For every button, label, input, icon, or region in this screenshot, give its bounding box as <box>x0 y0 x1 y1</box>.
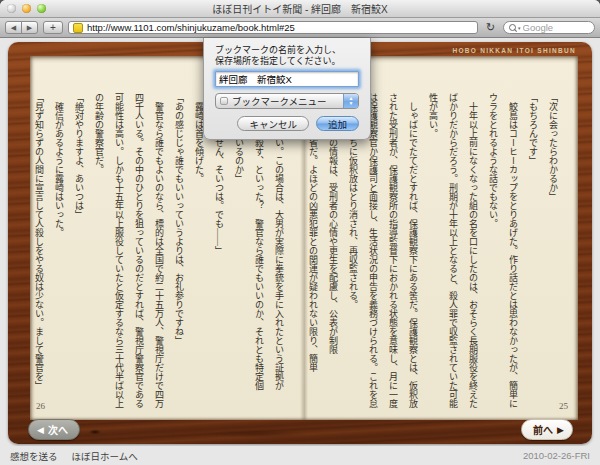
text-column: 可能性は高い。しかも十五年以上服役していたと仮定するなら三十代半ば以上 <box>109 93 129 408</box>
search-dropdown-icon[interactable]: ▾ <box>518 25 521 31</box>
history-nav-group: ◀ ▶ <box>5 21 38 34</box>
url-input[interactable] <box>87 22 473 33</box>
next-arrow-icon: ◀ <box>37 425 44 435</box>
page-footer-bar: 感想を送る ほぼ日ホームへ 2010-02-26-FRI <box>0 446 600 465</box>
address-bar[interactable] <box>68 21 478 34</box>
page-number-left: 26 <box>36 401 45 411</box>
titlebar[interactable]: ほぼ日刊イトイ新聞 - 絆回廊 新宿鮫X <box>0 0 600 18</box>
site-favicon-icon <box>73 23 83 33</box>
text-column: 鮫島はコーヒーカップをとりあげた。作り話だとは思わなかったが、簡単に <box>503 93 523 408</box>
prev-arrow-icon: ▶ <box>557 425 564 435</box>
close-window-button[interactable] <box>7 4 16 13</box>
text-column: 四千人いる。その中のひとりを狙っているのだとすれば、警視庁警察官である <box>129 93 149 408</box>
text-column: 「見ず知らずの人間に宣言して人殺しをやる奴は少ない。まして警官を」 <box>29 93 49 408</box>
google-search-input[interactable] <box>523 22 588 33</box>
text-column: ばかりだからだろう。刑期が十年以上となると、殺人罪で収監されていた可能 <box>443 93 463 408</box>
bookmark-folder-label: ブックマークメニュー <box>232 94 339 108</box>
next-page-button[interactable]: ◀ 次へ <box>28 419 80 440</box>
browser-toolbar: ◀ ▶ + ↻ ▾ <box>0 18 600 38</box>
bookmark-dialog: ブックマークの名前を入力し、 保存場所を指定してください。 ブックマークメニュー… <box>203 38 371 140</box>
text-column: 「あの感じじゃ誰でもいいっていうよりは、お礼参りですね」 <box>169 93 189 408</box>
text-column: 法務省だ。よほどの凶悪犯罪との関連が疑われない限り、簡単 <box>303 93 323 408</box>
reload-icon: ↻ <box>486 21 495 34</box>
page-date: 2010-02-26-FRI <box>523 450 590 461</box>
text-column: い。この場合は、大男が実際に拳銃を手に入れたという証拠が <box>269 93 289 408</box>
bookmark-folder-icon <box>220 97 228 105</box>
feedback-link[interactable]: 感想を送る <box>10 449 58 463</box>
new-tab-button[interactable]: + <box>43 21 63 34</box>
bookmark-name-field-wrap <box>215 71 359 87</box>
forward-icon: ▶ <box>27 24 32 32</box>
window-controls <box>7 4 46 13</box>
add-button[interactable]: 追加 <box>316 116 359 131</box>
prev-page-label: 前へ <box>533 422 553 437</box>
dialog-buttons: キャンセル 追加 <box>215 116 359 131</box>
text-column: 十年以上前になくなった組の名を口にしたのは、おそらく長期服役を終えた <box>463 93 483 408</box>
text-column: された受刑者が、保護観察所の指導監督下におかれる状態を意味し、月に一度 <box>383 93 403 408</box>
page-number-right: 25 <box>559 401 568 411</box>
text-column: 仮釈放等の情報は、受刑者の心情や更生を配慮し、公表が制限 <box>323 93 343 408</box>
site-logo: HOBO NIKKAN ITOI SHINBUN <box>452 47 576 54</box>
page-right-text: 「次に会ったらわかるか」「もちろんです」 鮫島はコーヒーカップをとりあげた。作り… <box>303 93 563 408</box>
reload-button[interactable]: ↻ <box>483 21 498 34</box>
text-column: 「絶対やりますよ、あいつは」 <box>69 93 89 408</box>
text-column: ウラをとれるような話でもない。 <box>483 93 503 408</box>
browser-window: ほぼ日刊イトイ新聞 - 絆回廊 新宿鮫X ◀ ▶ + ↻ ▾ HOBO NIKK… <box>0 0 600 465</box>
text-column: しゃばにでたてだとすれば、保護観察下にある筈だ。保護観察とは、仮釈放 <box>403 93 423 408</box>
text-column: 警官なら誰でもよいのなら、標的は全国で約二十五万人、警視庁だけで四万 <box>149 93 169 408</box>
search-bar[interactable]: ▾ <box>503 21 595 34</box>
window-title: ほぼ日刊イトイ新聞 - 絆回廊 新宿鮫X <box>0 1 600 16</box>
home-link[interactable]: ほぼ日ホームへ <box>72 449 138 463</box>
stepper-down-icon: ▼ <box>349 101 354 106</box>
back-icon: ◀ <box>11 24 16 32</box>
search-icon <box>509 24 516 31</box>
text-column: 露崎は首を傾げた。 <box>189 93 209 408</box>
text-column: は保護観察官か保護司と面接し、生活状況の申告を義務づけられる。これを怠 <box>363 93 383 408</box>
text-column: 「次に会ったらわかるか」 <box>543 93 563 408</box>
zoom-window-button[interactable] <box>37 4 46 13</box>
cancel-button[interactable]: キャンセル <box>237 116 309 131</box>
text-column: れば、ただちに仮釈放はとり消され、再収監される。 <box>343 93 363 408</box>
forward-button[interactable]: ▶ <box>21 21 38 34</box>
dialog-prompt-line2: 保存場所を指定してください。 <box>215 56 359 67</box>
text-column: 「もちろんです」 <box>523 93 543 408</box>
back-button[interactable]: ◀ <box>5 21 22 34</box>
bookmark-name-input[interactable] <box>219 74 355 85</box>
minimize-window-button[interactable] <box>22 4 31 13</box>
text-column: 確信があるように露崎はいった。 <box>49 93 69 408</box>
page-left-text: い。この場合は、大男が実際に拳銃を手に入れたという証拠が 殺す、といった？ 警官… <box>29 93 289 408</box>
text-column: 人を狙っているのか」 <box>229 93 249 408</box>
dialog-prompt-line1: ブックマークの名前を入力し、 <box>215 45 359 56</box>
next-page-label: 次へ <box>48 422 68 437</box>
text-column: 「わかりません、そいつは。でも――」 <box>209 93 229 408</box>
prev-page-button[interactable]: 前へ ▶ <box>521 419 573 440</box>
text-column: 殺す、といった？ 警官なら誰でもいいのか、それとも特定個 <box>249 93 269 408</box>
text-column: の年齢の警察官だ。 <box>89 93 109 408</box>
bookmark-folder-select[interactable]: ブックマークメニュー ▲ ▼ <box>215 93 359 109</box>
popup-stepper-icon: ▲ ▼ <box>343 94 358 108</box>
plus-icon: + <box>50 22 56 33</box>
text-column: 性が高い。 <box>423 93 443 408</box>
